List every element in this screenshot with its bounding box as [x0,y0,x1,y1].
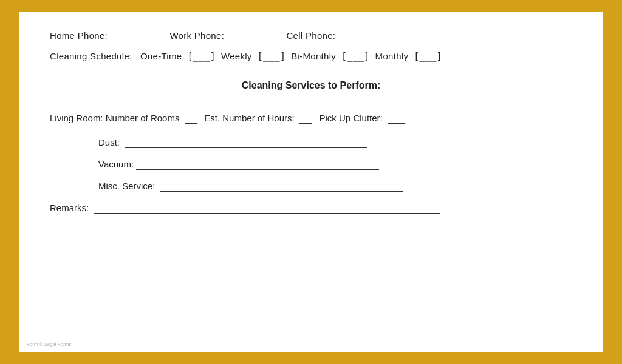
work-phone-field[interactable] [227,30,276,41]
one-time-label: One-Time [140,51,182,61]
schedule-section: Cleaning Schedule: One-Time [___] Weekly… [50,51,572,62]
home-phone-field[interactable] [111,30,159,41]
one-time-checkbox[interactable]: [___] [187,51,216,62]
work-phone-label: Work Phone: [169,30,224,41]
monthly-checkbox[interactable]: [___] [414,51,442,62]
num-rooms-field[interactable] [185,113,197,124]
vacuum-label: Vacuum: [98,159,134,169]
bi-monthly-checkbox[interactable]: [___] [341,51,370,62]
dust-label: Dust: [98,137,120,147]
pick-up-clutter-label: Pick Up Clutter: [320,113,383,123]
living-room-section: Living Room: Number of Rooms Est. Number… [50,113,572,124]
services-title: Cleaning Services to Perform: [50,80,572,91]
watermark: Form © Legal Forms [27,342,71,347]
remarks-label: Remarks: [50,203,89,213]
pick-up-clutter-field[interactable] [388,113,405,124]
weekly-label: Weekly [221,51,252,61]
est-hours-label: Est. Number of Hours: [204,113,294,123]
est-hours-field[interactable] [299,113,312,124]
weekly-checkbox[interactable]: [___] [258,51,286,62]
misc-section: Misc. Service: [50,181,572,192]
misc-label: Misc. Service: [98,181,155,191]
cell-phone-field[interactable] [338,30,387,41]
remarks-section: Remarks: [50,203,572,214]
misc-field[interactable] [160,181,403,192]
dust-field[interactable] [125,137,367,148]
home-phone-label: Home Phone: [50,30,108,41]
form-page: Home Phone: Work Phone: Cell Phone: Clea… [19,12,603,352]
vacuum-field[interactable] [136,159,379,170]
living-room-label: Living Room: Number of Rooms [50,113,179,123]
schedule-label: Cleaning Schedule: [50,51,132,61]
remarks-field[interactable] [94,203,440,214]
phone-section: Home Phone: Work Phone: Cell Phone: [50,30,572,41]
monthly-label: Monthly [375,51,409,61]
bi-monthly-label: Bi-Monthly [291,51,336,61]
dust-section: Dust: [50,137,572,148]
vacuum-section: Vacuum: [50,159,572,170]
cell-phone-label: Cell Phone: [286,30,335,41]
